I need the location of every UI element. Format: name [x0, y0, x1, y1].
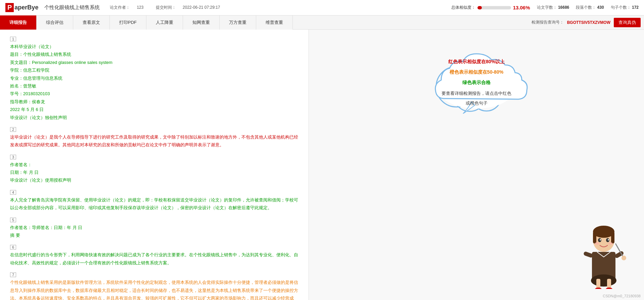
app-title: 个性化眼镜线上销售系统 [44, 4, 100, 11]
block-6: 6 在信息时代盛行的当今形势下，利用网络快速有效的解决问题已成为了各个行业的主要… [10, 245, 298, 267]
doc-panel[interactable]: 1 本科毕业设计（论文） 题目：个性化眼镜线上销售系统 英文题目：Persona… [0, 30, 309, 300]
line: 学院：信息工程学院 [10, 66, 298, 74]
legend-green-text: 绿色表示合格 [440, 77, 513, 88]
block-5: 5 作者签名：导师签名：日期：年 月 日 摘 要 [10, 217, 298, 239]
meta-submit-label: 提交时间： [156, 5, 176, 10]
line: 英文题目：Personalized glasses online sales s… [10, 59, 298, 66]
stat-paragraphs: 段落个数： 430 [576, 5, 604, 10]
line: 毕业设计（论文）使用授权声明 [10, 176, 298, 184]
block-2: 2 这毕业设计（论文）是我个人在导师指导下进行的研究工作及取得的研究成果，文中除… [10, 127, 298, 149]
svg-point-20 [595, 242, 599, 245]
watermark: CSDN@m0_72180938 [603, 294, 641, 298]
line: 题目：个性化眼镜线上销售系统 [10, 50, 298, 58]
avatar-section [577, 215, 631, 290]
svg-rect-22 [583, 251, 593, 258]
tab-print[interactable]: 打印PDF [110, 15, 146, 30]
header-meta: 论文作者：123 提交时间：2022-06-21 07:29:17 [110, 5, 451, 10]
stat-paragraphs-value: 430 [597, 5, 604, 10]
meta-submit-value: 2022-06-21 07:29:17 [183, 5, 220, 10]
stat-sentences-label: 句子个数： [611, 5, 631, 10]
stat-sentences-value: 172 [632, 5, 639, 10]
similarity-bar-bg [477, 6, 511, 9]
legend-section: 红色表示相似度在80%以上 橙色表示相似度在50-80% 绿色表示合格 要查看详… [413, 46, 540, 115]
similarity-pct: 13.06% [513, 5, 530, 10]
line: 作者签名： [10, 161, 298, 168]
logo-letter: P [5, 3, 14, 12]
block-3-content: 作者签名： 日期：年 月 日 毕业设计（论文）使用授权声明 [10, 161, 298, 184]
svg-point-7 [591, 274, 616, 287]
report-code-value: BGOTTSIV5TXZVMOW [567, 20, 610, 25]
block-4-content: 本人完全了解青岛滨海学院有关保留、使用毕业设计（论文）的规定，即：学校有权保留送… [10, 196, 298, 212]
block-1: 1 本科毕业设计（论文） 题目：个性化眼镜线上销售系统 英文题目：Persona… [10, 36, 298, 121]
line: 在信息时代盛行的当今形势下，利用网络快速有效的解决问题已成为了各个行业的主要要求… [10, 251, 298, 267]
block-num-5: 5 [10, 218, 16, 222]
svg-rect-9 [607, 279, 611, 289]
block-num-4: 4 [10, 190, 16, 195]
svg-rect-14 [593, 232, 596, 243]
line[interactable]: 个性化眼镜线上销售采用的是新版软件管理方法，系统软件采用个性化的定制观念，使用本… [10, 278, 298, 300]
svg-rect-8 [596, 279, 600, 289]
legend-instruction: 要查看详细检测报告，请点击中红色或橙色句子 [440, 89, 513, 108]
line: 作者签名：导师签名：日期：年 月 日 [10, 224, 298, 231]
tab-weipan[interactable]: 维普查重 [256, 15, 293, 30]
legend-text: 红色表示相似度在80%以上 橙色表示相似度在50-80% 绿色表示合格 要查看详… [440, 57, 513, 108]
svg-rect-15 [611, 232, 614, 243]
line: 本科毕业设计（论文） [10, 43, 298, 50]
block-7: 7 个性化眼镜线上销售采用的是新版软件管理方法，系统软件采用个性化的定制观念，使… [10, 272, 298, 300]
tab-manual[interactable]: 人工降重 [146, 15, 183, 30]
tab-original[interactable]: 查看原文 [73, 15, 110, 30]
line: 专业：信息管理与信息系统 [10, 74, 298, 82]
meta-author-value: 123 [137, 5, 143, 10]
block-2-content: 这毕业设计（论文）是我个人在导师指导下进行的研究工作及取得的研究成果，文中除了特… [10, 133, 298, 149]
main: 1 本科毕业设计（论文） 题目：个性化眼镜线上销售系统 英文题目：Persona… [0, 30, 644, 300]
legend-red-text: 红色表示相似度在80%以上 [440, 57, 513, 67]
block-3: 3 作者签名： 日期：年 月 日 毕业设计（论文）使用授权声明 [10, 154, 298, 184]
report-code-label: 检测报告查询号： [532, 20, 564, 25]
line[interactable]: 这毕业设计（论文）是我个人在导师指导下进行的研究工作及取得的研究成果，文中除了特… [10, 133, 298, 149]
tab-zhiwang[interactable]: 知网查重 [183, 15, 220, 30]
line: 摘 要 [10, 231, 298, 239]
logo: P aperBye [5, 3, 38, 12]
tabbar-right: 检测报告查询号： BGOTTSIV5TXZVMOW 查询真伪 [532, 18, 644, 27]
line: 指导教师：侯春龙 [10, 98, 298, 106]
line: 姓名：曾慧敏 [10, 82, 298, 90]
verify-button[interactable]: 查询真伪 [614, 18, 641, 27]
svg-point-18 [600, 239, 601, 240]
block-7-content: 个性化眼镜线上销售采用的是新版软件管理方法，系统软件采用个性化的定制观念，使用本… [10, 278, 298, 300]
meta-author-label: 论文作者： [110, 5, 130, 10]
block-5-content: 作者签名：导师签名：日期：年 月 日 摘 要 [10, 224, 298, 239]
similarity-label: 总体相似度： [451, 5, 475, 10]
header: P aperBye 个性化眼镜线上销售系统 论文作者：123 提交时间：2022… [0, 0, 644, 15]
tab-wanfang[interactable]: 万方查重 [220, 15, 256, 30]
similarity-bar-fill [477, 6, 482, 9]
stat-sentences: 句子个数： 172 [611, 5, 639, 10]
line: 毕业设计（论文）独创性声明 [10, 114, 298, 121]
tab-overall[interactable]: 综合评估 [37, 15, 73, 30]
stat-paragraphs-label: 段落个数： [576, 5, 596, 10]
tab-detailed[interactable]: 详细报告 [0, 15, 37, 30]
stat-wordcount: 论文字数： 16686 [537, 5, 569, 10]
avatar-svg [577, 215, 631, 289]
line: 学号：20180320103 [10, 90, 298, 98]
svg-point-10 [595, 288, 602, 289]
legend-orange-text: 橙色表示相似度在50-80% [440, 67, 513, 77]
svg-point-11 [606, 288, 612, 289]
stat-wordcount-value: 16686 [558, 5, 569, 10]
block-1-content: 本科毕业设计（论文） 题目：个性化眼镜线上销售系统 英文题目：Personali… [10, 43, 298, 121]
side-panel: 红色表示相似度在80%以上 橙色表示相似度在50-80% 绿色表示合格 要查看详… [309, 30, 644, 300]
block-num-2: 2 [10, 127, 16, 132]
header-right: 总体相似度： 13.06% 论文字数： 16686 段落个数： 430 句子个数… [451, 5, 639, 10]
stat-wordcount-label: 论文字数： [537, 5, 557, 10]
line: 本人完全了解青岛滨海学院有关保留、使用毕业设计（论文）的规定，即：学校有权保留送… [10, 196, 298, 212]
line: 2022 年 5 月 6 日 [10, 106, 298, 113]
logo-name: aperBye [14, 4, 38, 11]
line: 日期：年 月 日 [10, 168, 298, 176]
block-num-7: 7 [10, 272, 16, 277]
block-6-content: 在信息时代盛行的当今形势下，利用网络快速有效的解决问题已成为了各个行业的主要要求… [10, 251, 298, 267]
similarity-block: 总体相似度： 13.06% [451, 5, 530, 10]
block-num-6: 6 [10, 245, 16, 250]
block-4: 4 本人完全了解青岛滨海学院有关保留、使用毕业设计（论文）的规定，即：学校有权保… [10, 190, 298, 212]
block-num-1: 1 [10, 37, 16, 41]
svg-point-21 [608, 242, 613, 245]
svg-point-25 [622, 256, 626, 260]
